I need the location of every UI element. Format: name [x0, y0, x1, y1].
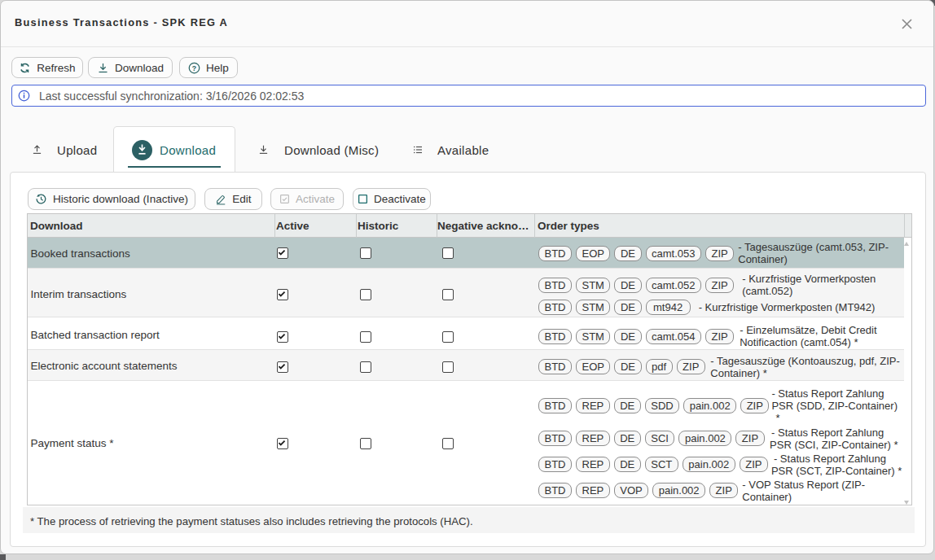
svg-text:?: ?	[192, 63, 196, 72]
